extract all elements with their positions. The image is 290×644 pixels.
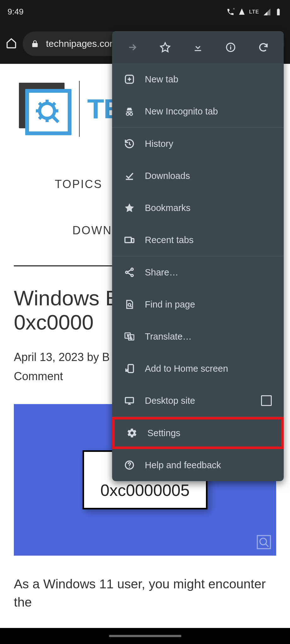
menu-downloads[interactable]: Downloads <box>112 160 284 192</box>
status-time: 9:49 <box>8 7 24 17</box>
reload-button[interactable] <box>253 42 274 53</box>
info-button[interactable] <box>221 42 241 53</box>
add-home-icon <box>124 363 135 374</box>
svg-rect-7 <box>125 237 131 243</box>
menu-desktop-site[interactable]: Desktop site <box>112 385 284 417</box>
incognito-icon <box>124 106 135 117</box>
menu-new-incognito[interactable]: New Incognito tab <box>112 95 284 127</box>
svg-point-12 <box>128 303 131 306</box>
gear-icon <box>127 428 137 438</box>
lock-icon <box>31 40 39 48</box>
lte-label: LTE <box>249 9 259 15</box>
article-body: As a Windows 11 user, you might encounte… <box>0 556 290 611</box>
svg-point-5 <box>126 113 129 115</box>
article-author[interactable]: B <box>102 351 110 364</box>
wifi-calling-icon <box>226 8 235 16</box>
devices-icon <box>124 235 135 245</box>
signal-icon <box>263 8 271 16</box>
plus-square-icon <box>124 74 135 85</box>
svg-point-0 <box>40 103 54 118</box>
battery-icon <box>274 8 282 16</box>
download-button[interactable] <box>188 42 208 53</box>
forward-button[interactable] <box>122 42 142 53</box>
menu-settings[interactable]: Settings <box>112 417 284 449</box>
comment-link[interactable]: Comment <box>14 370 63 383</box>
bookmark-button[interactable] <box>155 42 175 53</box>
svg-rect-15 <box>128 364 134 373</box>
menu-top-row <box>112 31 284 63</box>
menu-translate[interactable]: Translate… <box>112 320 284 353</box>
menu-bookmarks[interactable]: Bookmarks <box>112 192 284 224</box>
menu-recent-tabs[interactable]: Recent tabs <box>112 224 284 256</box>
share-icon <box>124 267 135 278</box>
menu-history[interactable]: History <box>112 128 284 160</box>
svg-point-6 <box>130 113 133 115</box>
error-code: 0xc0000005 <box>100 481 190 500</box>
svg-rect-8 <box>132 239 134 243</box>
menu-find-in-page[interactable]: Find in page <box>112 288 284 320</box>
menu-help-feedback[interactable]: Help and feedback <box>112 449 284 481</box>
watermark-icon <box>256 534 272 551</box>
svg-rect-1 <box>257 536 270 549</box>
help-icon <box>124 460 135 470</box>
nav-pill[interactable] <box>109 635 181 637</box>
status-bar: 9:49 LTE <box>0 0 290 24</box>
menu-add-home-screen[interactable]: Add to Home screen <box>112 353 284 385</box>
article-date: April 13, 2023 <box>14 351 84 364</box>
system-nav-bar <box>0 628 290 644</box>
desktop-icon <box>124 395 135 406</box>
gear-magnify-icon <box>33 97 63 127</box>
menu-new-tab[interactable]: New tab <box>112 63 284 95</box>
url-text: technipages.com <box>46 38 117 49</box>
find-in-page-icon <box>124 299 135 310</box>
svg-rect-16 <box>125 397 134 403</box>
history-icon <box>124 138 135 149</box>
done-underline-icon <box>124 170 135 181</box>
site-logo[interactable] <box>19 83 71 135</box>
menu-share[interactable]: Share… <box>112 256 284 288</box>
status-icons: LTE <box>226 8 282 16</box>
translate-icon <box>124 331 135 342</box>
desktop-site-checkbox[interactable] <box>261 395 272 406</box>
star-filled-icon <box>124 203 135 213</box>
svg-point-2 <box>260 538 267 545</box>
chrome-overflow-menu: New tab New Incognito tab History Downlo… <box>112 31 284 481</box>
logo-divider <box>79 81 80 137</box>
home-button[interactable] <box>6 37 17 50</box>
location-icon <box>238 8 246 16</box>
